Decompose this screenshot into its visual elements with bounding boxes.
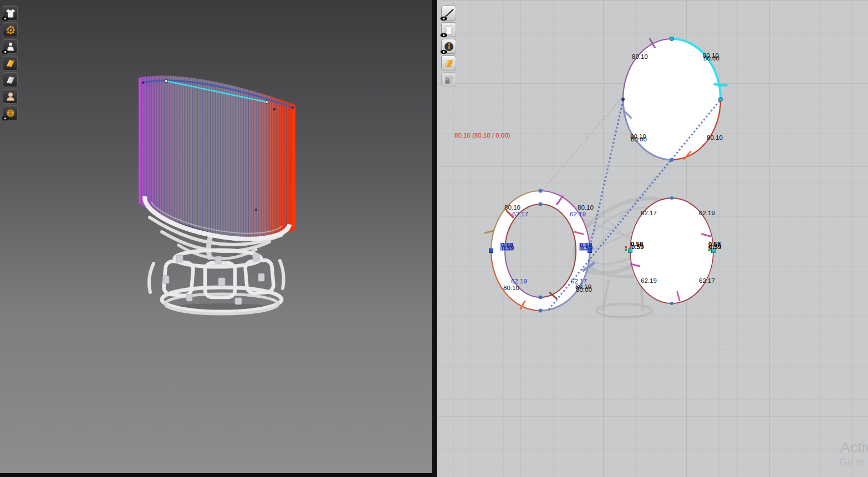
show-pattern-info-button[interactable] xyxy=(441,39,456,54)
eye-icon xyxy=(440,16,447,21)
eye-icon xyxy=(2,49,9,54)
eye-icon xyxy=(440,33,447,38)
viewport-3d[interactable] xyxy=(0,0,432,477)
garment-strip-band[interactable] xyxy=(139,76,295,238)
show-stroke-button[interactable] xyxy=(441,6,456,21)
orange-fabric-icon xyxy=(5,58,16,69)
locked-shirt-icon xyxy=(443,74,455,85)
show-flattened-fabric-button[interactable] xyxy=(3,72,18,87)
lock-pattern-button[interactable] xyxy=(441,72,456,87)
eye-icon xyxy=(2,16,9,21)
show-pins-button[interactable] xyxy=(3,22,18,37)
selected-length-status: 80.10 (80.10 / 0.00) xyxy=(455,132,510,139)
show-base-pattern-button[interactable] xyxy=(441,55,456,70)
show-environment-button[interactable] xyxy=(3,105,18,120)
activate-watermark-line2[interactable]: Go to xyxy=(839,456,865,468)
panel-divider[interactable] xyxy=(432,0,437,477)
eye-icon xyxy=(2,116,9,121)
top-circle-pattern[interactable] xyxy=(623,39,721,160)
eye-icon xyxy=(440,49,447,54)
rattan-base xyxy=(149,250,284,314)
ellipse-pattern[interactable] xyxy=(630,198,713,303)
toolbar-2d xyxy=(441,6,456,87)
gray-fabric-icon xyxy=(5,74,16,85)
viewport-2d[interactable]: 80.10 (80.10 / 0.00) 80.1080.1080.0080.1… xyxy=(437,0,868,477)
show-arrangement-button[interactable] xyxy=(3,55,18,70)
pattern-2d-canvas xyxy=(437,0,868,477)
show-avatar-button[interactable] xyxy=(3,39,18,54)
toolbar-3d xyxy=(3,6,18,120)
app-window: 80.10 (80.10 / 0.00) 80.1080.1080.0080.1… xyxy=(0,0,868,477)
chair-3d-render xyxy=(0,0,432,477)
show-garment-button[interactable] xyxy=(3,6,18,21)
head-icon xyxy=(5,91,16,102)
avatar-display-button[interactable] xyxy=(3,89,18,104)
orange-fabric-icon xyxy=(443,58,455,69)
beads-icon xyxy=(5,24,16,35)
activate-watermark-line1: Activ xyxy=(840,439,868,456)
show-garment-2d-button[interactable] xyxy=(441,22,456,37)
